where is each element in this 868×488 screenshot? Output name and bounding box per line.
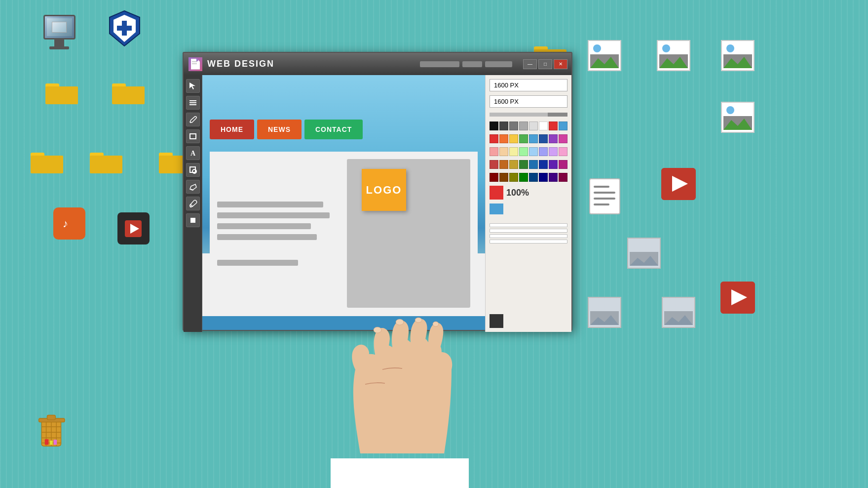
content-left [217, 159, 342, 308]
svg-text:A: A [190, 150, 196, 157]
panel-bottom-square [490, 314, 503, 328]
color-very-light-gray[interactable] [529, 122, 538, 130]
color-dark-blue[interactable] [539, 134, 548, 143]
maximize-button[interactable]: □ [538, 59, 552, 69]
folder-icon-4 [86, 146, 126, 175]
color-light-pink-purple[interactable] [549, 147, 558, 156]
eraser-tool[interactable] [186, 180, 200, 194]
color-red-top[interactable] [549, 122, 558, 130]
left-toolbar: A [184, 75, 202, 332]
nav-news-button[interactable]: NEWS [257, 120, 302, 139]
color-black[interactable] [490, 122, 498, 130]
minimize-button[interactable]: — [523, 59, 537, 69]
pencil-tool[interactable] [186, 113, 200, 126]
color-light-yellow[interactable] [509, 147, 518, 156]
text-line-3 [217, 223, 311, 229]
color-light-gray[interactable] [519, 122, 528, 130]
svg-point-82 [190, 205, 192, 207]
nav-contact-button[interactable]: CONTACT [304, 120, 363, 139]
color-dark-navy[interactable] [539, 173, 548, 182]
text-tool[interactable]: A [186, 146, 200, 160]
svg-rect-33 [54, 440, 57, 445]
text-line-5 [217, 260, 298, 266]
svg-rect-31 [45, 439, 49, 445]
color-dark-orange[interactable] [499, 160, 508, 169]
color-dark-green[interactable] [519, 160, 528, 169]
content-right: LOGO [347, 159, 470, 308]
color-white[interactable] [539, 122, 548, 130]
color-forest-green[interactable] [519, 173, 528, 182]
svg-rect-73 [189, 100, 196, 101]
menu-tool[interactable] [186, 96, 200, 110]
cursor-tool[interactable] [186, 79, 200, 93]
color-light-purple[interactable] [539, 147, 548, 156]
shape-tool[interactable] [186, 163, 200, 177]
color-light-green[interactable] [519, 147, 528, 156]
color-red[interactable] [490, 134, 498, 143]
color-dark-red[interactable] [490, 160, 498, 169]
color-light-blue[interactable] [529, 147, 538, 156]
color-light-pink[interactable] [559, 147, 567, 156]
shield-icon [109, 10, 141, 49]
dropper-tool[interactable] [186, 197, 200, 210]
layout-line-4 [490, 240, 567, 244]
svg-rect-15 [90, 156, 122, 173]
svg-point-49 [726, 106, 734, 114]
color-dark-yellow[interactable] [509, 160, 518, 169]
svg-rect-32 [50, 441, 53, 445]
color-dark-purple[interactable] [549, 160, 558, 169]
color-green[interactable] [519, 134, 528, 143]
svg-point-37 [593, 44, 601, 52]
close-button[interactable]: ✕ [554, 59, 567, 69]
svg-rect-3 [117, 26, 132, 31]
color-medium-blue[interactable] [529, 160, 538, 169]
color-light-red[interactable] [490, 147, 498, 156]
zoom-row: 100% [490, 186, 567, 200]
color-brown[interactable] [499, 173, 508, 182]
color-navy[interactable] [539, 160, 548, 169]
panel-scrollbar[interactable] [490, 113, 567, 117]
color-purple[interactable] [549, 134, 558, 143]
color-burgundy[interactable] [559, 173, 567, 182]
width-input[interactable]: 1600 PX [490, 79, 567, 91]
blue-color-chip[interactable] [490, 203, 503, 214]
svg-rect-30 [47, 415, 55, 420]
progress-bar-1 [420, 61, 459, 67]
svg-rect-74 [189, 102, 196, 103]
title-icon [189, 57, 202, 71]
main-window: WEB DESIGN — □ ✕ [183, 52, 572, 331]
color-maroon[interactable] [490, 173, 498, 182]
color-gray[interactable] [509, 122, 518, 130]
color-dark-gray[interactable] [499, 122, 508, 130]
nav-home-button[interactable]: HOME [210, 120, 254, 139]
fill-tool[interactable] [186, 213, 200, 227]
logo-sticky-note[interactable]: LOGO [362, 169, 406, 211]
height-input[interactable]: 1600 PX [490, 95, 567, 108]
layout-line-3 [490, 234, 567, 238]
image-icon-3 [718, 40, 757, 72]
window-titlebar: WEB DESIGN — □ ✕ [184, 53, 571, 75]
svg-text:♪: ♪ [63, 217, 68, 230]
color-blue-top[interactable] [559, 122, 567, 130]
image-icon-1 [585, 40, 624, 72]
svg-rect-6 [45, 86, 78, 104]
zoom-color-indicator[interactable] [490, 186, 503, 200]
color-light-orange[interactable] [499, 147, 508, 156]
svg-point-45 [726, 44, 734, 52]
width-label: 1600 PX [494, 81, 519, 89]
color-dark-pink[interactable] [559, 160, 567, 169]
color-indigo[interactable] [549, 173, 558, 182]
svg-rect-75 [189, 104, 196, 105]
color-pink[interactable] [559, 134, 567, 143]
color-teal-blue[interactable] [529, 173, 538, 182]
color-palette-row-3 [490, 160, 567, 169]
svg-rect-83 [190, 218, 195, 223]
color-palette-row-4 [490, 173, 567, 182]
color-orange[interactable] [499, 134, 508, 143]
title-progress-bars [420, 61, 512, 67]
color-yellow[interactable] [509, 134, 518, 143]
color-blue[interactable] [529, 134, 538, 143]
rectangle-tool[interactable] [186, 129, 200, 143]
image-icon-gray-1 [624, 237, 664, 269]
color-olive[interactable] [509, 173, 518, 182]
